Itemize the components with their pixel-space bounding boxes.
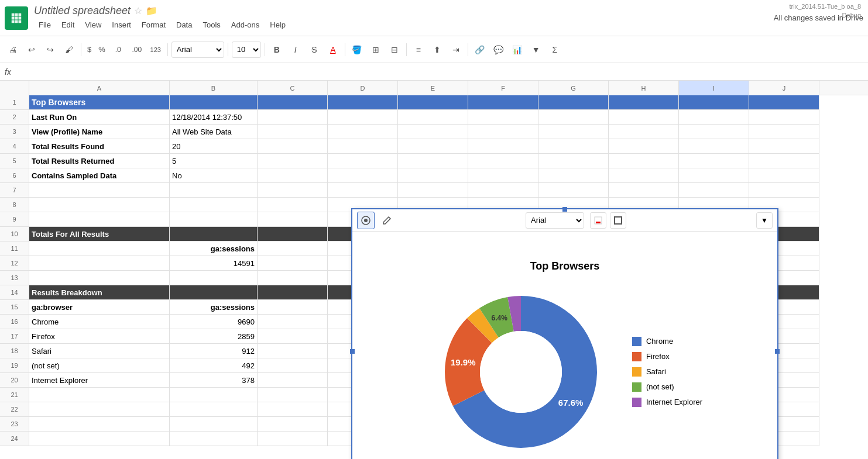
folder-icon[interactable]: 📁 xyxy=(146,5,157,16)
cell-r6-j[interactable] xyxy=(749,168,819,183)
chart-bg-color-btn[interactable] xyxy=(590,212,606,229)
cell-r5-h[interactable] xyxy=(609,154,679,168)
cell-r5-f[interactable] xyxy=(468,154,538,168)
menu-item-tools[interactable]: Tools xyxy=(198,18,225,32)
cell-r20-c[interactable] xyxy=(258,373,328,388)
cell-r2-c[interactable] xyxy=(258,110,328,125)
cell-r13-b[interactable] xyxy=(170,271,258,285)
col-header-F[interactable]: F xyxy=(468,81,538,95)
cell-r20-b[interactable]: 378 xyxy=(170,373,258,388)
menu-item-edit[interactable]: Edit xyxy=(57,18,79,32)
cell-r5-e[interactable] xyxy=(398,154,468,168)
cell-r1-f[interactable] xyxy=(468,95,538,110)
cell-r2-i[interactable] xyxy=(679,110,749,125)
cell-r4-g[interactable] xyxy=(538,139,609,154)
cell-r7-d[interactable] xyxy=(328,183,398,198)
menu-item-file[interactable]: File xyxy=(34,18,56,32)
chart-expand-btn[interactable]: ▼ xyxy=(756,212,773,229)
cell-r2-a[interactable]: Last Run On xyxy=(29,110,170,125)
bold-btn[interactable]: B xyxy=(269,42,285,58)
cell-r5-b[interactable]: 5 xyxy=(170,154,258,168)
cell-r6-e[interactable] xyxy=(398,168,468,183)
spreadsheet-title[interactable]: Untitled spreadsheet xyxy=(34,5,131,17)
print-btn[interactable]: 🖨 xyxy=(5,42,21,58)
cell-r1-g[interactable] xyxy=(538,95,609,110)
cell-r1-e[interactable] xyxy=(398,95,468,110)
cell-r22-b[interactable] xyxy=(170,402,258,417)
merge-btn[interactable]: ⊟ xyxy=(386,42,403,58)
cell-r2-g[interactable] xyxy=(538,110,609,125)
col-header-G[interactable]: G xyxy=(538,81,609,95)
filter-btn[interactable]: ▼ xyxy=(528,42,544,58)
chart-view-btn[interactable] xyxy=(357,212,375,229)
chart-border-color-btn[interactable] xyxy=(610,212,626,229)
cell-r4-i[interactable] xyxy=(679,139,749,154)
cell-r14-b[interactable] xyxy=(170,285,258,300)
cell-r4-b[interactable]: 20 xyxy=(170,139,258,154)
borders-btn[interactable]: ⊞ xyxy=(368,42,384,58)
cell-r11-c[interactable] xyxy=(258,241,328,256)
cell-r14-c[interactable] xyxy=(258,285,328,300)
paint-format-btn[interactable]: 🖌 xyxy=(61,42,77,58)
cell-r6-h[interactable] xyxy=(609,168,679,183)
cell-r5-c[interactable] xyxy=(258,154,328,168)
cell-r3-d[interactable] xyxy=(328,125,398,139)
cell-r4-h[interactable] xyxy=(609,139,679,154)
wrap-btn[interactable]: ⇥ xyxy=(448,42,464,58)
cell-r6-a[interactable]: Contains Sampled Data xyxy=(29,168,170,183)
cell-r2-d[interactable] xyxy=(328,110,398,125)
link-btn[interactable]: 🔗 xyxy=(472,42,488,58)
cell-r23-a[interactable] xyxy=(29,417,170,432)
cell-r1-d[interactable] xyxy=(328,95,398,110)
decimal-inc-btn[interactable]: .00 xyxy=(129,42,145,58)
star-icon[interactable]: ☆ xyxy=(134,5,142,16)
cell-r24-b[interactable] xyxy=(170,432,258,446)
redo-btn[interactable]: ↪ xyxy=(42,42,59,58)
menu-item-add-ons[interactable]: Add-ons xyxy=(227,18,264,32)
cell-r7-b[interactable] xyxy=(170,183,258,198)
cell-r1-b[interactable] xyxy=(170,95,258,110)
cell-r17-b[interactable]: 2859 xyxy=(170,329,258,344)
cell-r4-c[interactable] xyxy=(258,139,328,154)
cell-r5-g[interactable] xyxy=(538,154,609,168)
chart-btn[interactable]: 📊 xyxy=(509,42,526,58)
cell-r18-c[interactable] xyxy=(258,344,328,358)
menu-item-format[interactable]: Format xyxy=(137,18,170,32)
cell-r11-b[interactable]: ga:sessions xyxy=(170,241,258,256)
cell-r7-j[interactable] xyxy=(749,183,819,198)
decimal-dec-btn[interactable]: .0 xyxy=(110,42,126,58)
cell-r11-a[interactable] xyxy=(29,241,170,256)
cell-r3-c[interactable] xyxy=(258,125,328,139)
cell-r2-e[interactable] xyxy=(398,110,468,125)
fill-color-btn[interactable]: 🪣 xyxy=(349,42,365,58)
cell-r7-a[interactable] xyxy=(29,183,170,198)
col-header-A[interactable]: A xyxy=(29,81,170,95)
cell-r6-b[interactable]: No xyxy=(170,168,258,183)
menu-item-view[interactable]: View xyxy=(80,18,106,32)
cell-r23-c[interactable] xyxy=(258,417,328,432)
col-header-C[interactable]: C xyxy=(258,81,328,95)
menu-item-data[interactable]: Data xyxy=(171,18,197,32)
cell-r12-b[interactable]: 14591 xyxy=(170,256,258,271)
cell-r9-c[interactable] xyxy=(258,212,328,227)
cell-r21-a[interactable] xyxy=(29,388,170,402)
cell-r4-d[interactable] xyxy=(328,139,398,154)
number-format-btn[interactable]: 123 xyxy=(147,42,164,58)
cell-r21-b[interactable] xyxy=(170,388,258,402)
cell-r1-a[interactable]: Top Browsers xyxy=(29,95,170,110)
cell-r23-b[interactable] xyxy=(170,417,258,432)
cell-r3-j[interactable] xyxy=(749,125,819,139)
cell-r4-a[interactable]: Total Results Found xyxy=(29,139,170,154)
cell-r19-a[interactable]: (not set) xyxy=(29,358,170,373)
cell-r15-b[interactable]: ga:sessions xyxy=(170,300,258,315)
grid-container[interactable]: A B C D E F G H I J 1 2 3 4 5 6 7 8 9 xyxy=(0,81,868,459)
cell-r3-e[interactable] xyxy=(398,125,468,139)
cell-r5-a[interactable]: Total Results Returned xyxy=(29,154,170,168)
cell-r3-b[interactable]: All Web Site Data xyxy=(170,125,258,139)
cell-r16-c[interactable] xyxy=(258,315,328,329)
col-header-B[interactable]: B xyxy=(170,81,258,95)
resize-handle-n[interactable] xyxy=(562,207,567,212)
chart-overlay[interactable]: Arial ▼ Top Browsers 67.6%19.9%6.4% xyxy=(351,208,778,459)
align-btn[interactable]: ≡ xyxy=(410,42,427,58)
cell-r24-a[interactable] xyxy=(29,432,170,446)
